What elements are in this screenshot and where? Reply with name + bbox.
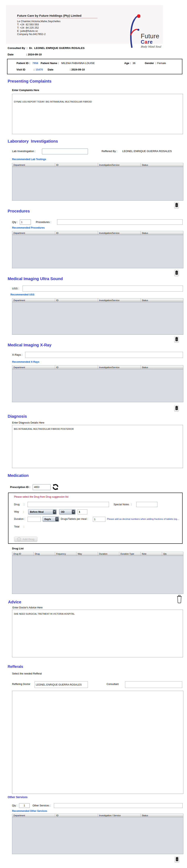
drug-entry-panel: Please select the Drug from Drug suggess… bbox=[8, 493, 183, 544]
section-title-procedures: Procedures bbox=[8, 209, 30, 214]
other-services-table-header: Department ID Investigation / Service St… bbox=[12, 814, 183, 817]
company-phone-1: T: +24 82 593 593 bbox=[17, 23, 98, 26]
consulted-by-value: Dr. LEONEL ENRIQUE GUERRA ROSALES bbox=[29, 46, 85, 50]
logo-tagline: Body Mind Soul bbox=[141, 45, 161, 48]
procedures-delete-button[interactable] bbox=[174, 270, 179, 276]
patient-id-value: 7956 bbox=[32, 62, 38, 65]
reffered-by-label: Reffered By : bbox=[102, 150, 117, 153]
drug-list-table: Drug ID Drug Fequency Way Duration Durat… bbox=[12, 552, 183, 594]
recommended-xrays-label: Recommended X-Rays bbox=[12, 361, 39, 363]
chevron-down-icon bbox=[55, 517, 59, 521]
advice-sublabel: Enter Doctor's Advice Here bbox=[12, 606, 43, 609]
lab-table-body bbox=[12, 167, 183, 200]
os-col-status: Status bbox=[141, 814, 183, 817]
frequency-select[interactable]: OD bbox=[59, 509, 76, 515]
lab-col-department: Department bbox=[12, 163, 55, 167]
procedures-table-header: Department ID Investigation/Service Stat… bbox=[12, 231, 183, 235]
xray-delete-button[interactable] bbox=[174, 405, 179, 412]
drug-col-drug: Drug bbox=[34, 552, 55, 556]
duration-unit-select[interactable]: Day/s bbox=[43, 516, 59, 522]
drug-input[interactable] bbox=[28, 502, 109, 507]
section-title-presenting-complaints: Presenting Complaints bbox=[8, 79, 51, 84]
patient-info-box: Patient ID : 7956 Patient Name : MILENA … bbox=[7, 59, 182, 74]
section-title-ultrasound: Medical Imaging Ultra Sound bbox=[8, 277, 63, 281]
per-meal-label: Drugs/Tablets per meal : bbox=[61, 518, 88, 520]
company-email: E: jude@future.sc bbox=[17, 29, 98, 33]
other-services-label: Other Services : bbox=[33, 804, 51, 807]
lab-table-header: Department ID Investigation/Service Stat… bbox=[12, 163, 183, 167]
drug-suggestion-notice: Please select the Drug from Drug suggess… bbox=[14, 495, 68, 498]
uss-table-header: Department ID Investigation/Service Stat… bbox=[12, 299, 183, 302]
add-drug-button[interactable]: Add Drug bbox=[14, 536, 37, 542]
lab-delete-button[interactable] bbox=[174, 202, 179, 209]
drug-col-duration: Duration bbox=[98, 552, 119, 556]
recommended-uss-label: Recommended USS bbox=[10, 293, 34, 296]
other-services-qty-input[interactable] bbox=[19, 803, 30, 808]
uss-delete-button[interactable] bbox=[174, 336, 179, 343]
lab-investigation-input[interactable] bbox=[42, 148, 88, 154]
duration-input[interactable] bbox=[28, 517, 41, 522]
advice-delete-button[interactable] bbox=[177, 595, 182, 604]
xray-table: Department ID Investigation/Service Stat… bbox=[12, 365, 183, 402]
company-address: Le Chainter,Victoria,Mahe,Seychelles bbox=[17, 20, 98, 23]
drug-col-duration-type: Duration Type bbox=[119, 552, 141, 556]
section-title-advice: Advice bbox=[8, 600, 21, 604]
visit-id-colon: : bbox=[34, 68, 34, 71]
way-qty-input[interactable] bbox=[78, 509, 87, 514]
consult-date-label: Date bbox=[8, 53, 26, 56]
per-meal-input[interactable] bbox=[93, 517, 105, 522]
way-select[interactable]: Before Meal bbox=[28, 509, 57, 515]
patient-age-label: Age : bbox=[124, 62, 131, 65]
reffering-doctor-input[interactable] bbox=[35, 681, 88, 688]
patient-gender-label: Gender : bbox=[145, 62, 156, 65]
way-select-value: Before Meal bbox=[30, 510, 44, 513]
consulted-by-label: Consulted By : bbox=[8, 46, 29, 50]
complaints-sublabel: Enter Complaints Here bbox=[12, 89, 39, 92]
other-services-input[interactable] bbox=[54, 803, 183, 808]
frequency-select-value: OD bbox=[61, 510, 65, 513]
special-notes-label: Special Notes : bbox=[114, 503, 132, 506]
refresh-prescription-button[interactable] bbox=[52, 484, 59, 490]
diagnosis-textarea[interactable]: BIG INTRAMURAL MULTINODULAR FIBROID POST… bbox=[12, 425, 183, 468]
consultation-report-page: Future Care by Future Holdings (Pty) Lim… bbox=[0, 0, 187, 868]
uss-col-id: ID bbox=[55, 299, 98, 302]
fraction-hint: Please add as decimal numbers when addin… bbox=[107, 518, 183, 520]
procedures-table-body bbox=[12, 235, 183, 268]
duration-unit-value: Day/s bbox=[44, 518, 51, 521]
consultant-input[interactable] bbox=[125, 681, 182, 688]
other-services-table-body bbox=[12, 817, 183, 854]
other-services-qty-label: Qty : bbox=[12, 804, 17, 807]
special-notes-input[interactable] bbox=[136, 502, 157, 507]
other-services-delete-button[interactable] bbox=[175, 856, 179, 863]
xray-col-investigation: Investigation/Service bbox=[98, 366, 141, 369]
patient-name-label: Patient Name : bbox=[41, 62, 59, 65]
section-title-xray: Medical Imaging X-Ray bbox=[8, 343, 51, 347]
prescription-id-input[interactable] bbox=[33, 484, 51, 490]
procedures-table: Department ID Investigation/Service Stat… bbox=[12, 231, 183, 268]
duration-label: Duration : bbox=[14, 518, 25, 520]
trash-icon bbox=[175, 406, 178, 411]
lab-col-investigation: Investigation/Service bbox=[98, 163, 141, 167]
xray-table-header: Department ID Investigation/Service Stat… bbox=[12, 366, 183, 369]
consult-date-line: Date: 2024-09-10 bbox=[8, 53, 42, 56]
xray-input[interactable] bbox=[25, 352, 183, 358]
letterhead: Future Care by Future Holdings (Pty) Lim… bbox=[6, 5, 163, 44]
consulted-by-line: Consulted By : Dr. LEONEL ENRIQUE GUERRA… bbox=[8, 46, 85, 50]
drug-col-frequency: Fequency bbox=[55, 552, 76, 556]
procedures-qty-input[interactable] bbox=[20, 219, 31, 225]
patient-age-value: 36 bbox=[133, 62, 135, 65]
uss-col-department: Department bbox=[12, 299, 55, 302]
patient-gender-value: Female bbox=[157, 62, 166, 65]
complaints-textarea[interactable]: GYNAE USS REPORT TODAY: BIG INTRAMURAL M… bbox=[12, 94, 183, 134]
visit-date-label: Date bbox=[48, 68, 53, 71]
refferal-list-box[interactable] bbox=[12, 691, 183, 794]
trash-icon bbox=[175, 271, 178, 276]
drug-col-note: Note bbox=[141, 552, 162, 556]
procedures-input[interactable] bbox=[57, 219, 183, 225]
diagnosis-sublabel: Enter Diagnosis Details Here bbox=[12, 421, 44, 424]
drug-list-label: Drug List bbox=[12, 547, 24, 550]
chevron-down-icon bbox=[53, 510, 56, 514]
os-col-department: Department bbox=[12, 814, 55, 817]
uss-input[interactable] bbox=[23, 286, 183, 291]
advice-textarea[interactable]: SHE NEED SURGICAL TRETMENT IN VICTORIA H… bbox=[12, 610, 183, 657]
